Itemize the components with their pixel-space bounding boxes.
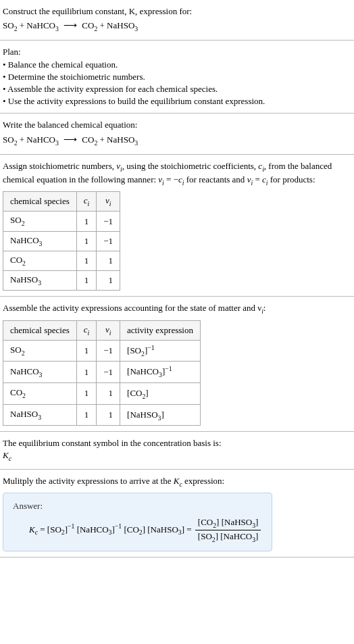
plan-title: Plan:	[3, 46, 351, 58]
stoich-section: Assign stoichiometric numbers, νi, using…	[0, 155, 354, 297]
close: ]	[216, 517, 222, 527]
cell-species: NaHSO3	[3, 404, 77, 426]
col-nu: νi	[97, 320, 120, 340]
sub: 2	[22, 259, 26, 267]
denominator: [SO2] [NaHCO3]	[195, 530, 261, 544]
term: [NaHCO	[220, 531, 252, 541]
fraction: [CO2] [NaHSO3][SO2] [NaHCO3]	[195, 516, 261, 544]
term: [NaHSO	[147, 524, 178, 535]
product-1: CO	[82, 134, 94, 145]
plus-2: +	[97, 20, 107, 30]
product-2: NaHSO	[107, 20, 134, 30]
sub: 2	[22, 220, 25, 227]
k: K	[3, 450, 9, 460]
cell-activity: [CO2]	[120, 383, 201, 405]
close: ]	[255, 531, 258, 541]
cell-nu: 1	[97, 251, 120, 270]
sub: i	[88, 328, 90, 336]
table-row: NaHSO3 1 1 [NaHSO3]	[3, 404, 201, 426]
close: ]	[255, 517, 258, 527]
base: [SO	[127, 345, 141, 355]
prompt-text: Construct the equilibrium constant, K, e…	[3, 5, 351, 18]
k: K	[29, 524, 35, 535]
base: SO	[10, 345, 22, 355]
symbol-section: The equilibrium constant symbol in the c…	[0, 432, 354, 469]
sup: −1	[147, 344, 154, 351]
text: = −	[164, 174, 178, 184]
plan-item: Assemble the activity expression for eac…	[3, 83, 351, 95]
term: [CO	[124, 524, 138, 535]
col-activity: activity expression	[120, 320, 201, 340]
text: :	[263, 303, 266, 313]
cell-species: NaHCO3	[3, 362, 77, 383]
cell-c: 1	[76, 231, 97, 251]
cell-nu: 1	[97, 383, 120, 405]
problem-statement: Construct the equilibrium constant, K, e…	[0, 0, 354, 41]
cell-species: CO2	[3, 383, 77, 405]
base: CO	[10, 387, 22, 397]
product-2: NaHSO	[107, 134, 134, 145]
c-sub: i	[88, 200, 90, 207]
cell-species: SO2	[3, 340, 77, 362]
cell-species: NaHSO3	[3, 271, 77, 291]
cell-activity: [SO2]−1	[120, 340, 201, 362]
base: [NaHSO	[127, 410, 158, 420]
term: [SO	[47, 524, 61, 535]
plan-item: Balance the chemical equation.	[3, 59, 351, 71]
col-nu: νi	[97, 192, 120, 212]
cell-c: 1	[76, 340, 97, 362]
term: [NaHCO	[77, 524, 109, 535]
plus: +	[97, 134, 107, 145]
cell-c: 1	[76, 212, 97, 231]
col-species: chemical species	[3, 320, 77, 340]
reactant-1: SO	[3, 20, 14, 30]
product-1: CO	[82, 20, 94, 30]
cell-c: 1	[76, 404, 97, 426]
sub: 2	[22, 392, 26, 399]
table-row: NaHCO3 1 −1 [NaHCO3]−1	[3, 362, 201, 383]
plus: +	[18, 134, 27, 145]
cell-activity: [NaHSO3]	[120, 404, 201, 426]
sup: −1	[165, 365, 172, 372]
table-header-row: chemical species ci νi	[3, 192, 120, 212]
cell-c: 1	[76, 362, 97, 383]
prompt-label: Construct the equilibrium constant, K, e…	[3, 6, 192, 16]
text: Mulitply the activity expressions to arr…	[3, 476, 174, 486]
balanced-equation: SO2 + NaHCO3 ⟶ CO2 + NaHSO3	[3, 132, 351, 149]
reactant-2-sub: 3	[55, 139, 59, 146]
table-row: SO2 1 −1	[3, 212, 120, 231]
arrow-icon: ⟶	[61, 134, 80, 145]
multiply-section: Mulitply the activity expressions to arr…	[0, 470, 354, 558]
c-sub: c	[9, 455, 11, 462]
reactant-2: NaHCO	[26, 20, 55, 30]
base: NaHSO	[10, 409, 38, 419]
base: SO	[10, 215, 22, 225]
cell-species: NaHCO3	[3, 231, 77, 251]
product-2-sub: 3	[134, 25, 138, 32]
plan-item: Determine the stoichiometric numbers.	[3, 71, 351, 83]
sup: −1	[68, 522, 74, 530]
answer-expression: Kc = [SO2]−1 [NaHCO3]−1 [CO2] [NaHSO3] =…	[13, 516, 262, 544]
sup: −1	[115, 522, 122, 530]
base: [NaHCO	[127, 367, 159, 377]
eq: =	[38, 524, 47, 535]
stoich-intro: Assign stoichiometric numbers, νi, using…	[3, 160, 351, 187]
cell-nu: 1	[97, 404, 120, 426]
cell-activity: [NaHCO3]−1	[120, 362, 201, 383]
table-row: SO2 1 −1 [SO2]−1	[3, 340, 201, 362]
cell-nu: −1	[97, 362, 120, 383]
product-2-sub: 3	[134, 139, 138, 146]
term: [CO	[198, 517, 213, 527]
term: [SO	[198, 531, 212, 541]
numerator: [CO2] [NaHSO3]	[195, 516, 261, 530]
table-header-row: chemical species ci νi activity expressi…	[3, 320, 201, 340]
multiply-text: Mulitply the activity expressions to arr…	[3, 475, 351, 489]
cell-nu: 1	[97, 271, 120, 291]
table-row: CO2 1 1 [CO2]	[3, 383, 201, 405]
text: for reactants and	[184, 174, 247, 184]
reactant-2-sub: 3	[55, 25, 59, 32]
cell-nu: −1	[97, 212, 120, 231]
kc-symbol: Kc	[3, 449, 351, 463]
eq: =	[184, 524, 194, 535]
term: [NaHSO	[222, 517, 253, 527]
